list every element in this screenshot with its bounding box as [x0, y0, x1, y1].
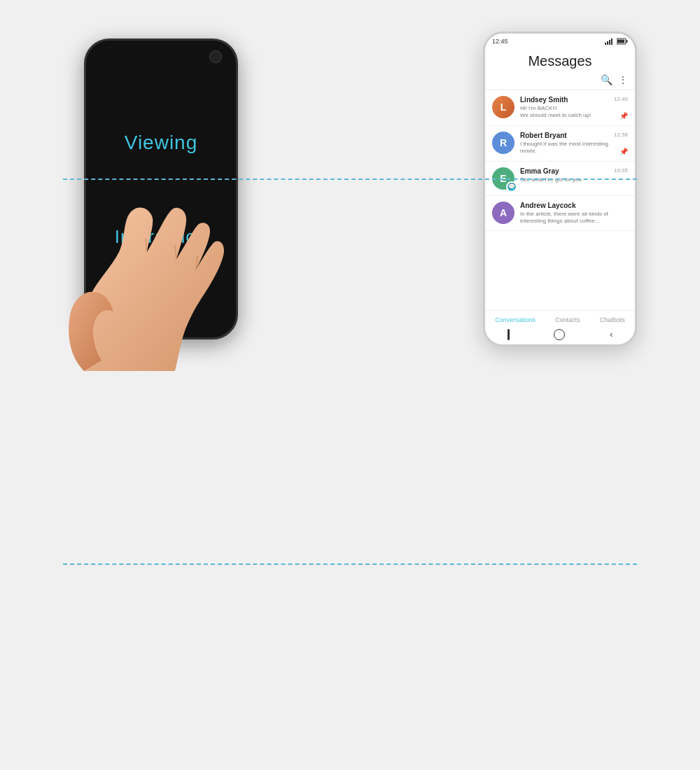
more-icon-top[interactable]: ⋮	[618, 74, 628, 85]
tab-contacts-top[interactable]: Contacts	[555, 316, 580, 323]
conversation-list-top: L Lindsey Smith Hi! I'm BACK!!!We should…	[485, 90, 635, 231]
bubble-icon-emma-top: 💬	[506, 181, 517, 192]
nav-recents-top: ‹	[610, 330, 612, 340]
svg-rect-8	[626, 40, 628, 43]
punch-hole-top	[209, 50, 222, 63]
tab-chatbots-top[interactable]: Chatbots	[600, 316, 625, 323]
nav-back-top	[507, 329, 510, 340]
viewing-label-top: Viewing	[86, 132, 236, 154]
conv-time-emma-top: 10:35	[614, 167, 628, 174]
status-bar-top: 12:45	[485, 34, 635, 46]
vol-up-top	[84, 97, 85, 118]
conv-name-emma-top: Emma Gray	[520, 167, 608, 175]
conv-item-andrew-top[interactable]: A Andrew Laycock In the article, there w…	[485, 196, 635, 232]
dotted-line-bottom	[63, 564, 637, 565]
conv-name-robert-top: Robert Bryant	[520, 132, 608, 139]
conv-preview-lindsey-top: Hi! I'm BACK!!!We should meet to catch u…	[520, 105, 608, 120]
dotted-line-top	[63, 178, 637, 180]
nav-tabs-top: Conversations Contacts Chatbots	[485, 311, 635, 326]
signal-icon-top	[605, 38, 615, 45]
conv-name-lindsey-top: Lindsey Smith	[520, 96, 608, 104]
messages-title-top: Messages	[485, 46, 635, 73]
svg-rect-4	[607, 41, 608, 45]
conv-content-andrew-top: Andrew Laycock In the article, there wer…	[520, 202, 628, 225]
phone-messages-top: 12:45 Messages	[483, 31, 637, 346]
conv-content-lindsey-top: Lindsey Smith Hi! I'm BACK!!!We should m…	[520, 96, 608, 120]
messages-toolbar-top: 🔍 ⋮	[485, 73, 635, 90]
nav-home-top	[554, 329, 565, 340]
search-icon-top[interactable]: 🔍	[601, 74, 612, 85]
conv-content-emma-top: Emma Gray See what I've got for you.	[520, 167, 608, 183]
bottom-nav-top: Conversations Contacts Chatbots ‹	[485, 310, 635, 344]
section-bottom: Viewing Interaction 12:45	[0, 385, 700, 770]
vol-down-top	[84, 125, 85, 146]
svg-rect-6	[611, 38, 612, 45]
power-button-top	[237, 111, 238, 139]
hand-top	[56, 175, 231, 385]
nav-gestures-top: ‹	[485, 326, 635, 344]
conv-content-robert-top: Robert Bryant I thought it was the most …	[520, 132, 608, 155]
status-icons-top	[605, 38, 628, 45]
avatar-lindsey-top: L	[492, 96, 514, 118]
conv-preview-andrew-top: In the article, there were all kinds of …	[520, 211, 628, 225]
conv-item-robert-top[interactable]: R Robert Bryant I thought it was the mos…	[485, 126, 635, 162]
svg-rect-5	[609, 40, 610, 45]
conv-preview-robert-top: I thought it was the most interesting mo…	[520, 141, 608, 155]
status-time-top: 12:45	[492, 38, 508, 45]
conv-name-andrew-top: Andrew Laycock	[520, 202, 628, 209]
conv-time-lindsey-top: 12:40	[614, 96, 628, 102]
pin-icon-lindsey-top: 📌	[620, 112, 628, 120]
battery-icon-top	[617, 38, 628, 45]
tab-conversations-top[interactable]: Conversations	[495, 316, 536, 323]
section-top: Viewing Interaction	[0, 0, 700, 385]
conv-time-robert-top: 12:38	[614, 132, 628, 138]
svg-rect-3	[605, 43, 606, 45]
avatar-andrew-top: A	[492, 202, 514, 224]
conv-item-lindsey-top[interactable]: L Lindsey Smith Hi! I'm BACK!!!We should…	[485, 90, 635, 126]
avatar-robert-top: R	[492, 132, 514, 154]
pin-icon-robert-top: 📌	[620, 148, 628, 155]
svg-rect-9	[617, 40, 624, 43]
